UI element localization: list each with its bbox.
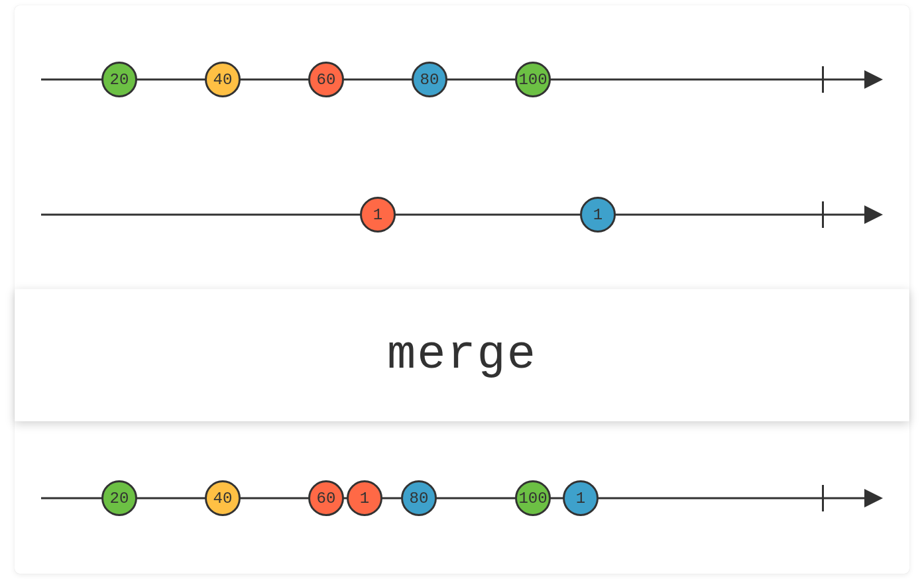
marble: 1	[360, 197, 396, 233]
arrow-right-icon	[864, 489, 883, 507]
arrow-right-icon	[864, 205, 883, 224]
marble: 60	[308, 62, 344, 97]
operator-box: merge	[15, 289, 909, 421]
marble: 80	[401, 480, 437, 516]
arrow-right-icon	[864, 70, 883, 89]
timeline-line	[41, 498, 864, 500]
timeline-line	[41, 214, 864, 216]
timeline-source-b: 11	[15, 195, 909, 235]
marble: 100	[515, 480, 551, 516]
timeline-source-a: 20406080100	[15, 60, 909, 99]
timeline-end-tick	[822, 485, 824, 511]
marble: 80	[412, 62, 447, 97]
diagram-card: 20406080100 11 merge 2040601801001	[15, 5, 909, 574]
marble: 40	[205, 480, 241, 516]
operator-label: merge	[387, 328, 537, 382]
timeline-result: 2040601801001	[15, 478, 909, 518]
marble: 100	[515, 62, 551, 97]
timeline-end-tick	[822, 66, 824, 93]
marble: 1	[563, 480, 599, 516]
marble: 1	[347, 480, 382, 516]
marble: 20	[101, 480, 137, 516]
marble: 20	[101, 62, 137, 97]
timeline-line	[41, 79, 864, 81]
marble: 1	[580, 197, 616, 233]
marble: 40	[205, 62, 241, 97]
marble: 60	[308, 480, 344, 516]
timeline-end-tick	[822, 201, 824, 228]
